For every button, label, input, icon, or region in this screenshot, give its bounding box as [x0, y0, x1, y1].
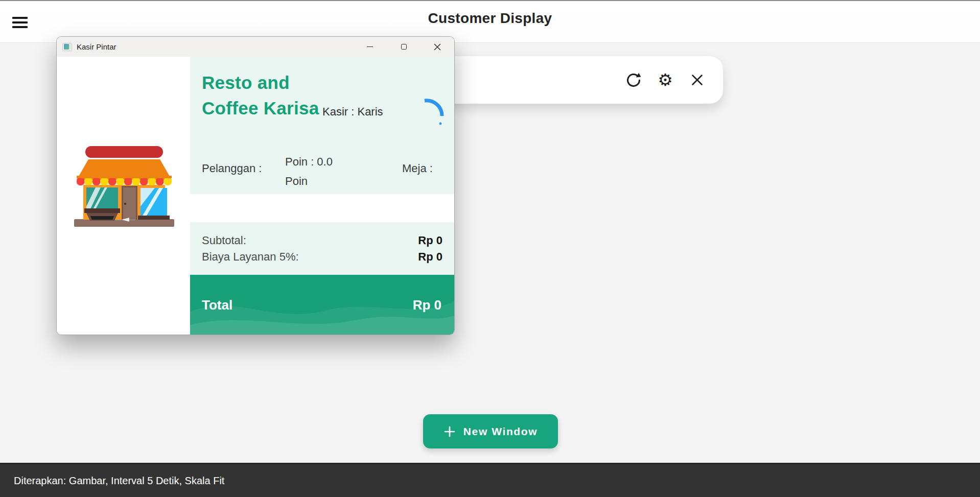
summary-rows: Subtotal: Rp 0 Biaya Layanan 5%: Rp 0 [190, 222, 454, 265]
total-section: Total Rp 0 [190, 275, 454, 335]
storefront-illustration [69, 141, 179, 229]
minimize-icon[interactable] [353, 37, 387, 57]
minimize-glyph [367, 46, 373, 48]
subtotal-value: Rp 0 [418, 232, 442, 249]
new-window-button[interactable]: New Window [423, 414, 558, 448]
summary-section: Subtotal: Rp 0 Biaya Layanan 5%: Rp 0 [190, 222, 454, 275]
new-window-label: New Window [463, 425, 538, 438]
close-icon[interactable] [687, 70, 707, 90]
toolbar-icons: ⚙ [624, 56, 707, 104]
maximize-icon[interactable] [387, 37, 421, 57]
window-title: Kasir Pintar [77, 42, 116, 51]
cashier-label: Kasir : Karis [322, 105, 383, 119]
settings-icon[interactable]: ⚙ [656, 70, 675, 90]
loading-spinner [423, 93, 444, 126]
maximize-glyph [401, 44, 407, 50]
total-label: Total [202, 297, 232, 313]
customer-label: Pelanggan : [202, 162, 262, 175]
table-row: Subtotal: Rp 0 [202, 232, 442, 249]
store-name: Resto and Coffee Karisa [202, 70, 322, 121]
subtotal-label: Subtotal: [202, 232, 246, 249]
service-fee-label: Biaya Layanan 5%: [202, 249, 299, 265]
refresh-icon[interactable] [624, 70, 643, 90]
gear-glyph: ⚙ [658, 72, 673, 88]
points-label: Poin : 0.0 Poin [285, 152, 351, 191]
store-image-panel [57, 57, 190, 335]
page-title: Customer Display [0, 10, 980, 27]
store-info-section: Resto and Coffee Karisa Kasir : Karis Pe… [190, 57, 454, 194]
window-controls [353, 37, 454, 57]
service-fee-value: Rp 0 [418, 249, 442, 265]
app-icon-pane [69, 44, 71, 50]
kasir-pintar-window-icon [62, 43, 72, 51]
total-value: Rp 0 [413, 297, 441, 313]
app-icon-pane [64, 44, 69, 50]
receipt-panel: Resto and Coffee Karisa Kasir : Karis Pe… [190, 57, 454, 335]
status-text: Diterapkan: Gambar, Interval 5 Detik, Sk… [14, 475, 224, 487]
status-bar: Diterapkan: Gambar, Interval 5 Detik, Sk… [0, 463, 980, 497]
close-icon[interactable] [421, 37, 454, 57]
window-titlebar[interactable]: Kasir Pintar [57, 37, 454, 57]
kasir-pintar-window: Kasir Pintar [56, 36, 455, 335]
screen-top-edge [0, 0, 980, 1]
window-body: Resto and Coffee Karisa Kasir : Karis Pe… [57, 57, 454, 335]
plus-icon [444, 425, 456, 438]
table-label: Meja : [402, 162, 433, 175]
total-row: Total Rp 0 [190, 275, 454, 335]
table-row: Biaya Layanan 5%: Rp 0 [202, 249, 442, 265]
